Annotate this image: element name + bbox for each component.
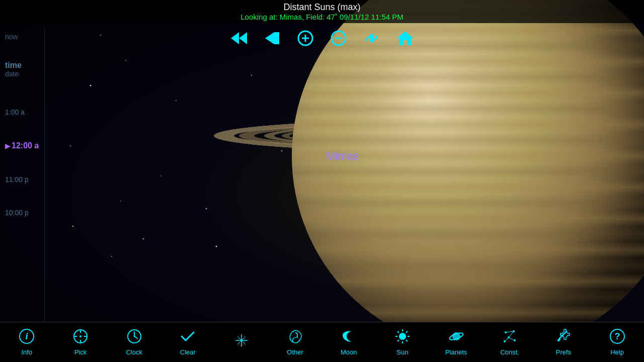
svg-line-78 — [505, 337, 509, 341]
nav-const-button[interactable]: Const. — [490, 328, 530, 356]
nav-sun-button[interactable]: Sun — [382, 328, 423, 356]
sidebar-time: time — [5, 61, 40, 70]
const-icon — [502, 328, 518, 347]
nav-other-label: Other — [287, 348, 303, 356]
svg-point-25 — [111, 256, 112, 257]
nav-other-button[interactable]: Other — [275, 328, 315, 356]
target-label: Mimas — [326, 150, 359, 163]
nav-pick-label: Pick — [74, 348, 87, 356]
prefs-icon — [555, 328, 572, 347]
app-title: Distant Suns (max) — [0, 2, 644, 13]
other-icon — [287, 328, 303, 347]
svg-line-67 — [397, 340, 399, 341]
rewind-fast-button[interactable] — [230, 29, 248, 50]
info-icon: i — [19, 328, 35, 347]
zoom-in-button[interactable] — [296, 29, 314, 50]
svg-marker-41 — [397, 31, 413, 45]
svg-line-64 — [397, 331, 399, 333]
rewind-button[interactable] — [263, 29, 281, 50]
svg-point-26 — [72, 226, 74, 227]
nav-clear-button[interactable]: Clear — [168, 328, 208, 356]
svg-text:i: i — [26, 331, 29, 341]
svg-point-58 — [240, 339, 243, 341]
nav-planets-label: Planets — [445, 348, 467, 356]
sparkle-icon — [233, 332, 250, 351]
moon-icon — [341, 328, 357, 347]
link-button[interactable] — [363, 29, 381, 50]
svg-point-6 — [160, 175, 162, 176]
svg-point-5 — [120, 201, 121, 202]
time-label-3: 10:00 p — [5, 209, 40, 217]
svg-point-4 — [216, 246, 217, 247]
bottom-nav-bar: i Info Pick Clock — [0, 322, 644, 362]
sidebar-now: now — [5, 33, 40, 41]
current-time-label: 12:00 a — [12, 141, 39, 150]
time-arrow: ▶ — [5, 142, 11, 150]
clock-icon — [126, 328, 142, 347]
looking-at-label: Looking at: Mimas, Field: 47˚ 09/11/12 1… — [0, 13, 644, 21]
svg-point-24 — [143, 238, 144, 240]
svg-line-76 — [509, 331, 514, 337]
svg-point-53 — [133, 336, 135, 337]
sidebar-divider — [44, 28, 45, 322]
svg-point-59 — [399, 333, 406, 340]
nav-help-button[interactable]: ? Help — [597, 328, 637, 356]
zoom-out-button[interactable] — [330, 29, 348, 50]
nav-info-button[interactable]: i Info — [7, 328, 47, 356]
nav-clock-button[interactable]: Clock — [114, 328, 154, 356]
svg-point-0 — [90, 85, 92, 86]
svg-marker-31 — [239, 32, 247, 44]
nav-moon-button[interactable]: Moon — [329, 328, 369, 356]
clear-icon — [180, 328, 196, 347]
svg-line-75 — [506, 331, 514, 332]
svg-point-2 — [125, 60, 126, 61]
nav-const-label: Const. — [500, 348, 519, 356]
nav-clear-label: Clear — [180, 348, 196, 356]
pick-icon — [72, 328, 89, 347]
nav-moon-label: Moon — [341, 348, 357, 356]
header-bar: Distant Suns (max) Looking at: Mimas, Fi… — [0, 0, 644, 23]
svg-marker-32 — [265, 32, 274, 44]
nav-star-button[interactable] — [221, 332, 262, 352]
nav-planets-button[interactable]: Planets — [436, 328, 476, 356]
svg-point-3 — [176, 100, 177, 101]
planets-icon — [448, 328, 464, 347]
svg-line-65 — [406, 340, 408, 341]
time-label-1: 1:00 a — [5, 108, 40, 116]
time-label-2: 11:00 p — [5, 175, 40, 184]
nav-clock-label: Clock — [126, 348, 142, 356]
nav-help-label: Help — [610, 348, 624, 356]
sun-icon — [394, 328, 411, 347]
nav-pick-button[interactable]: Pick — [60, 328, 101, 356]
svg-point-1 — [70, 145, 71, 146]
svg-line-66 — [406, 331, 408, 333]
toolbar — [0, 29, 644, 50]
svg-text:?: ? — [614, 331, 620, 341]
nav-sun-label: Sun — [396, 348, 408, 356]
help-icon: ? — [609, 328, 625, 347]
svg-line-77 — [509, 337, 515, 340]
home-button[interactable] — [396, 29, 414, 50]
svg-rect-33 — [274, 32, 279, 44]
sidebar-date: date — [5, 70, 40, 78]
time-sidebar: now time date 1:00 a ▶ 12:00 a 11:00 p 1… — [0, 28, 45, 322]
current-time-marker: ▶ 12:00 a — [5, 141, 40, 150]
svg-marker-30 — [231, 32, 239, 44]
nav-info-label: Info — [21, 348, 32, 356]
nav-prefs-label: Prefs — [556, 348, 571, 356]
svg-point-49 — [79, 335, 82, 337]
nav-prefs-button[interactable]: Prefs — [543, 328, 584, 356]
